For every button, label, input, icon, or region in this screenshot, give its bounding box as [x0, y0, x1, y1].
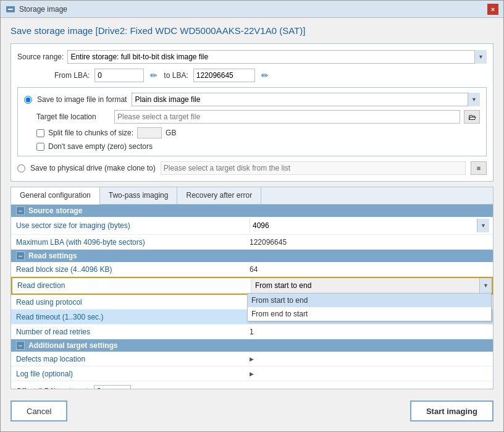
log-file-value: ▶ — [246, 369, 493, 379]
physical-drive-input[interactable] — [161, 161, 466, 175]
to-lba-edit-button[interactable]: ✏ — [260, 70, 270, 80]
tabs-header: General configuration Two-pass imaging R… — [11, 187, 493, 205]
start-imaging-button[interactable]: Start imaging — [410, 400, 494, 421]
log-file-row: Log file (optional) ▶ — [11, 366, 493, 381]
main-window: Storage image × Save storage image [Driv… — [0, 0, 504, 432]
offset-label: Offset (LBA) on target: — [16, 387, 90, 389]
read-retries-row: Number of read retries 1 — [11, 324, 493, 339]
to-lba-input[interactable] — [193, 69, 255, 82]
main-title: Save storage image [Drive2: Fixed WDC WD… — [10, 25, 494, 36]
read-protocol-label: Read using protocol — [11, 296, 246, 308]
offset-input[interactable] — [94, 385, 131, 389]
physical-drive-row: Save to physical drive (make clone to) ≡ — [17, 161, 487, 175]
defects-map-label: Defects map location — [11, 353, 246, 365]
from-lba-edit-button[interactable]: ✏ — [149, 70, 159, 80]
defects-map-row: Defects map location ▶ — [11, 352, 493, 366]
split-file-row: Split file to chunks of size: GB — [24, 127, 480, 138]
option-from-start[interactable]: From start to end — [248, 294, 491, 307]
physical-drive-list-button[interactable]: ≡ — [471, 161, 487, 175]
additional-target-header: – Additional target settings — [11, 339, 493, 352]
read-settings-title: Read settings — [28, 252, 77, 260]
close-button[interactable]: × — [487, 4, 498, 15]
chunk-unit-label: GB — [166, 129, 176, 137]
read-block-size-label: Read block size (4..4096 KB) — [11, 263, 246, 276]
log-file-label: Log file (optional) — [11, 368, 246, 380]
no-empty-sectors-checkbox[interactable] — [36, 143, 44, 151]
from-to-lba-row: From LBA: ✏ to LBA: ✏ — [17, 69, 487, 82]
log-file-arrow-row: ▶ — [250, 371, 489, 377]
source-range-select-wrapper: Entire storage: full bit-to-bit disk ima… — [67, 50, 487, 64]
max-lba-row: Maximum LBA (with 4096-byte sectors) 122… — [11, 235, 493, 250]
read-direction-row: Read direction From start to end From en… — [12, 278, 492, 294]
offset-edit-button[interactable]: ✏ — [135, 386, 145, 389]
save-image-radio[interactable] — [24, 96, 32, 104]
sector-size-select[interactable]: 4096 — [250, 219, 489, 232]
max-lba-label: Maximum LBA (with 4096-byte sectors) — [11, 236, 246, 248]
svg-rect-1 — [8, 9, 13, 10]
sector-size-row: Use sector size for imaging (bytes) 4096… — [11, 217, 493, 235]
additional-target-title: Additional target settings — [28, 341, 118, 350]
read-block-size-row: Read block size (4..4096 KB) 64 — [11, 262, 493, 277]
read-block-size-value: 64 — [246, 263, 493, 276]
browse-folder-button[interactable]: 🗁 — [464, 110, 480, 124]
read-direction-label: Read direction — [12, 279, 247, 292]
top-panel: Source range: Entire storage: full bit-t… — [10, 43, 494, 182]
footer-buttons: Cancel Start imaging — [10, 394, 494, 424]
save-image-section: Save to image file in format Plain disk … — [17, 87, 487, 156]
format-select-wrapper: Plain disk image file ▼ — [132, 93, 480, 106]
sector-size-value: 4096 ▼ — [246, 217, 493, 234]
read-direction-dropdown-wrapper: From start to end From end to start ▼ — [251, 278, 492, 293]
window-body: Save storage image [Drive2: Fixed WDC WD… — [1, 18, 503, 431]
tab-recovery[interactable]: Recovery after error — [177, 187, 261, 204]
to-lba-label: to LBA: — [164, 71, 188, 80]
option-from-end[interactable]: From end to start — [248, 307, 491, 321]
save-image-radio-row: Save to image file in format Plain disk … — [24, 93, 480, 106]
defects-map-value: ▶ — [246, 354, 493, 364]
read-direction-options: From start to end From end to start — [247, 293, 492, 321]
target-file-input[interactable] — [114, 110, 460, 124]
read-direction-container: Read direction From start to end From en… — [11, 277, 493, 295]
defects-map-arrow-row: ▶ — [250, 356, 489, 362]
no-empty-sectors-row: Don't save empty (zero) sectors — [24, 142, 480, 151]
offset-row: Offset (LBA) on target: ✏ — [11, 381, 493, 389]
from-lba-input[interactable] — [94, 69, 144, 82]
log-file-arrow-icon: ▶ — [250, 371, 256, 377]
chunk-size-input[interactable] — [137, 127, 162, 138]
app-icon — [6, 4, 15, 14]
physical-drive-label: Save to physical drive (make clone to) — [30, 164, 156, 172]
source-range-label: Source range: — [17, 53, 64, 61]
save-image-label: Save to image file in format — [37, 95, 127, 104]
read-retries-label: Number of read retries — [11, 326, 246, 338]
source-range-row: Source range: Entire storage: full bit-t… — [17, 50, 487, 64]
tab-content-general: – Source storage Use sector size for ima… — [11, 205, 493, 389]
format-select[interactable]: Plain disk image file — [132, 93, 480, 106]
target-file-label: Target file location — [36, 112, 111, 121]
no-empty-sectors-label: Don't save empty (zero) sectors — [48, 142, 153, 151]
read-timeout-label: Read timeout (1..300 sec.) — [11, 311, 246, 323]
title-bar-left: Storage image — [6, 4, 67, 14]
tabs-container: General configuration Two-pass imaging R… — [10, 187, 494, 389]
sector-size-label: Use sector size for imaging (bytes) — [11, 219, 246, 232]
split-file-checkbox[interactable] — [36, 129, 44, 137]
target-file-row: Target file location 🗁 — [24, 110, 480, 124]
read-settings-header: – Read settings — [11, 250, 493, 262]
split-file-label: Split file to chunks of size: — [48, 129, 133, 137]
read-retries-value: 1 — [246, 326, 493, 338]
title-bar: Storage image × — [1, 1, 503, 18]
max-lba-value: 122096645 — [246, 236, 493, 248]
read-settings-collapse[interactable]: – — [16, 252, 25, 260]
read-direction-select[interactable]: From start to end From end to start — [251, 278, 492, 293]
sector-size-select-wrapper: 4096 ▼ — [250, 219, 489, 232]
tab-general[interactable]: General configuration — [11, 187, 100, 205]
additional-target-collapse[interactable]: – — [16, 341, 25, 350]
window-title: Storage image — [19, 5, 67, 14]
source-storage-collapse[interactable]: – — [16, 206, 25, 215]
physical-drive-radio[interactable] — [17, 164, 25, 172]
tab-two-pass[interactable]: Two-pass imaging — [100, 187, 178, 204]
cancel-button[interactable]: Cancel — [10, 400, 67, 421]
source-range-select[interactable]: Entire storage: full bit-to-bit disk ima… — [67, 50, 487, 64]
defects-map-arrow-icon: ▶ — [250, 356, 256, 362]
source-storage-header: – Source storage — [11, 205, 493, 217]
source-storage-title: Source storage — [28, 206, 82, 215]
from-lba-label: From LBA: — [54, 71, 90, 80]
